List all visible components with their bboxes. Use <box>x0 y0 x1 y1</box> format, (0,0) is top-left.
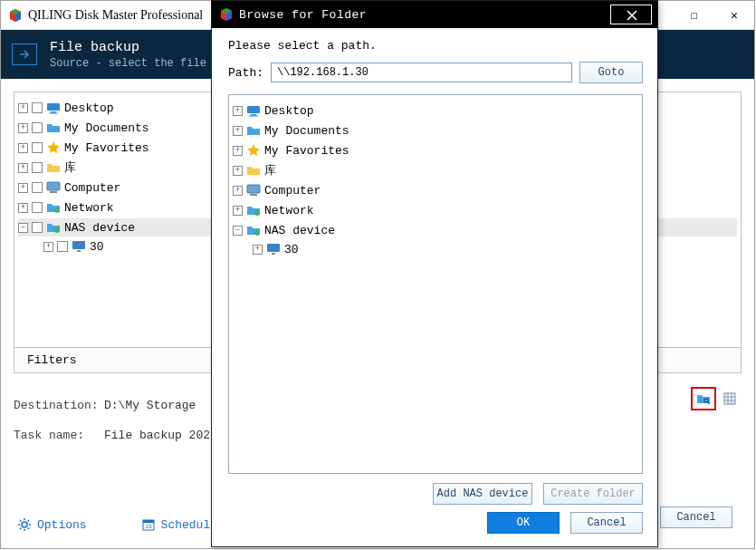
network-icon <box>246 223 261 237</box>
computer-icon <box>46 180 61 195</box>
calendar-icon <box>141 517 156 532</box>
tree-item[interactable]: +Computer <box>233 181 638 199</box>
gear-icon <box>17 517 32 532</box>
folder-icon <box>246 123 261 138</box>
tree-item[interactable]: +30 <box>253 240 638 258</box>
dialog-titlebar[interactable]: Browse for Folder <box>212 1 657 28</box>
expand-icon[interactable]: + <box>233 106 243 116</box>
tree-item-label: 库 <box>64 159 76 176</box>
create-folder-label: Create folder <box>550 487 636 500</box>
tree-item-label: Desktop <box>64 101 114 115</box>
maximize-icon: ☐ <box>691 8 698 23</box>
maximize-button[interactable]: ☐ <box>675 1 714 30</box>
tree-item[interactable]: +库 <box>233 161 638 179</box>
expand-icon[interactable]: + <box>18 163 28 173</box>
goto-button[interactable]: Goto <box>579 62 643 83</box>
cancel-label: Cancel <box>676 511 715 524</box>
add-nas-button[interactable]: Add NAS device <box>433 483 532 505</box>
taskname-label: Task name: <box>14 429 104 442</box>
create-folder-button[interactable]: Create folder <box>543 483 643 505</box>
dialog-message: Please select a path. <box>228 39 643 53</box>
collapse-icon[interactable]: − <box>233 226 243 236</box>
tree-item-label: My Documents <box>264 124 349 138</box>
tree-item[interactable]: +My Favorites <box>233 141 638 159</box>
expand-icon[interactable]: + <box>233 186 243 196</box>
ok-button[interactable]: OK <box>487 512 560 534</box>
close-icon: ✕ <box>731 8 738 23</box>
checkbox[interactable] <box>57 241 68 252</box>
network-icon <box>46 220 61 235</box>
folder-yellow-icon <box>46 160 61 175</box>
options-label: Options <box>37 518 87 532</box>
expand-icon[interactable]: + <box>18 183 28 193</box>
taskname-value: File backup 2021- <box>104 429 225 442</box>
expand-icon[interactable]: + <box>18 123 28 133</box>
monitor-icon <box>72 239 86 254</box>
checkbox[interactable] <box>32 182 43 193</box>
tree-item-label: 30 <box>90 240 104 254</box>
tree-item-label: Network <box>264 204 314 217</box>
expand-icon[interactable]: + <box>18 103 28 113</box>
ok-label: OK <box>517 516 530 529</box>
filters-label: Filters <box>27 353 77 367</box>
tree-item[interactable]: −NAS device <box>233 221 638 239</box>
dialog-tree-panel: +Desktop+My Documents+My Favorites+库+Com… <box>228 94 643 474</box>
expand-icon[interactable]: + <box>18 203 28 213</box>
close-button[interactable]: ✕ <box>714 1 754 30</box>
path-label: Path: <box>228 66 263 80</box>
app-logo-icon <box>8 8 23 23</box>
tree-item-label: NAS device <box>64 221 135 235</box>
app-title: QILING Disk Master Professional <box>28 8 203 23</box>
dialog-tree: +Desktop+My Documents+My Favorites+库+Com… <box>233 101 638 260</box>
checkbox[interactable] <box>32 142 43 153</box>
tree-item-label: 库 <box>264 162 276 179</box>
expand-icon[interactable]: + <box>233 206 243 216</box>
add-nas-label: Add NAS device <box>437 487 529 500</box>
expand-icon[interactable]: + <box>233 126 243 136</box>
dialog-cancel-button[interactable]: Cancel <box>570 512 643 534</box>
dialog-logo-icon <box>219 7 234 22</box>
tree-item-label: My Documents <box>64 121 149 135</box>
checkbox[interactable] <box>32 162 43 173</box>
page-subtitle: Source - select the file <box>50 57 206 70</box>
dialog-close-button[interactable] <box>610 5 652 24</box>
tree-item[interactable]: +My Documents <box>233 121 638 140</box>
desktop-icon <box>46 101 61 115</box>
destination-label: Destination: <box>14 399 104 412</box>
cancel-button[interactable]: Cancel <box>660 507 732 528</box>
tree-item-label: Computer <box>64 181 120 195</box>
tree-item[interactable]: +Desktop <box>233 101 638 120</box>
star-icon <box>246 143 261 158</box>
star-icon <box>46 140 61 155</box>
path-input[interactable] <box>271 63 572 82</box>
options-link[interactable]: Options <box>17 517 87 532</box>
collapse-icon[interactable]: − <box>18 223 28 233</box>
expand-icon[interactable]: + <box>233 166 243 176</box>
dialog-cancel-label: Cancel <box>587 516 626 529</box>
browse-destination-button[interactable] <box>691 387 716 410</box>
expand-icon[interactable]: + <box>43 242 53 252</box>
file-backup-icon <box>12 43 37 65</box>
tree-item-label: 30 <box>284 243 299 256</box>
dialog-title: Browse for Folder <box>239 8 367 22</box>
expand-icon[interactable]: + <box>18 143 28 153</box>
page-title: File backup <box>50 40 206 55</box>
tree-item-label: My Favorites <box>264 144 349 158</box>
checkbox[interactable] <box>32 122 43 133</box>
checkbox[interactable] <box>32 202 43 213</box>
checkbox[interactable] <box>32 222 43 233</box>
tree-item[interactable]: +Network <box>233 201 638 219</box>
grid-button[interactable] <box>720 389 740 409</box>
checkbox[interactable] <box>32 102 43 113</box>
network-icon <box>246 203 261 217</box>
folder-search-icon <box>696 391 711 406</box>
expand-icon[interactable]: + <box>253 245 263 255</box>
grid-icon <box>723 391 737 406</box>
tree-item-label: Desktop <box>264 104 314 118</box>
monitor-icon <box>266 242 281 256</box>
network-icon <box>46 200 61 215</box>
expand-icon[interactable]: + <box>233 146 243 156</box>
tree-item-label: My Favorites <box>64 141 149 155</box>
tree-item-label: Computer <box>264 184 321 198</box>
folder-yellow-icon <box>246 163 261 178</box>
